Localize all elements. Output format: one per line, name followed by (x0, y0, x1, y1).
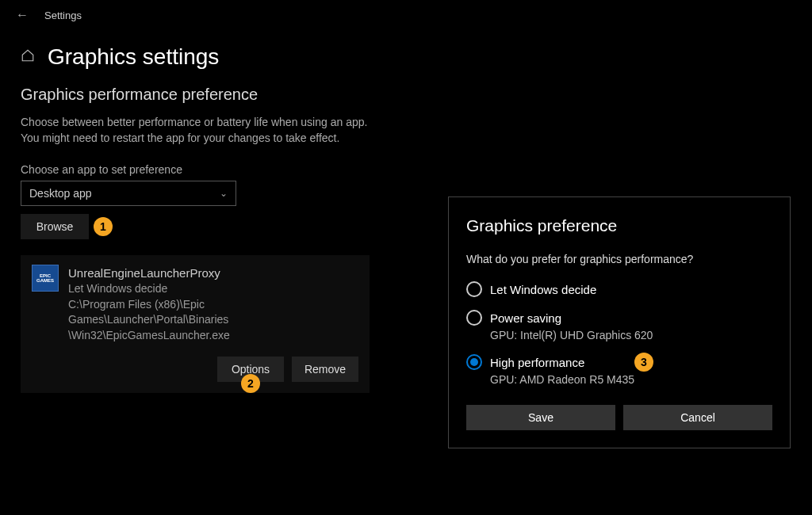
radio-circle-checked-icon (466, 354, 482, 370)
home-icon[interactable] (21, 48, 35, 67)
dialog-question: What do you prefer for graphics performa… (466, 253, 772, 265)
section-title: Graphics performance preference (21, 86, 423, 104)
app-card: EPIC GAMES UnrealEngineLauncherProxy Let… (21, 255, 370, 392)
radio-power-saving[interactable]: Power saving (466, 307, 772, 329)
remove-button[interactable]: Remove (292, 357, 358, 382)
dropdown-value: Desktop app (29, 187, 92, 200)
topbar-title: Settings (44, 10, 82, 21)
radio-circle-icon (466, 281, 482, 297)
app-pref: Let Windows decide (68, 281, 358, 297)
app-name: UnrealEngineLauncherProxy (68, 265, 358, 281)
options-button[interactable]: Options 2 (217, 357, 284, 382)
cancel-button[interactable]: Cancel (623, 405, 772, 430)
app-icon: EPIC GAMES (32, 265, 59, 292)
save-button[interactable]: Save (466, 405, 615, 430)
annotation-badge-1: 1 (94, 217, 113, 236)
power-saving-gpu: GPU: Intel(R) UHD Graphics 620 (490, 329, 772, 341)
choose-app-label: Choose an app to set preference (21, 163, 423, 176)
section-description: Choose between better performance or bat… (21, 115, 423, 146)
browse-button[interactable]: Browse (21, 214, 89, 239)
app-type-dropdown[interactable]: Desktop app ⌄ (21, 181, 236, 206)
radio-high-performance[interactable]: High performance 3 (466, 351, 772, 373)
dialog-title: Graphics preference (466, 216, 772, 235)
annotation-badge-3: 3 (634, 353, 653, 372)
back-arrow-icon[interactable]: ← (16, 8, 29, 22)
page-title: Graphics settings (48, 44, 219, 70)
radio-let-windows-decide[interactable]: Let Windows decide (466, 278, 772, 300)
annotation-badge-2: 2 (241, 374, 260, 393)
app-path-line1: C:\Program Files (x86)\Epic Games\Launch… (68, 297, 358, 328)
high-performance-gpu: GPU: AMD Radeon R5 M435 (490, 373, 772, 386)
graphics-preference-dialog: Graphics preference What do you prefer f… (448, 196, 791, 448)
chevron-down-icon: ⌄ (220, 188, 228, 199)
radio-circle-icon (466, 310, 482, 326)
app-path-line2: \Win32\EpicGamesLauncher.exe (68, 328, 358, 344)
